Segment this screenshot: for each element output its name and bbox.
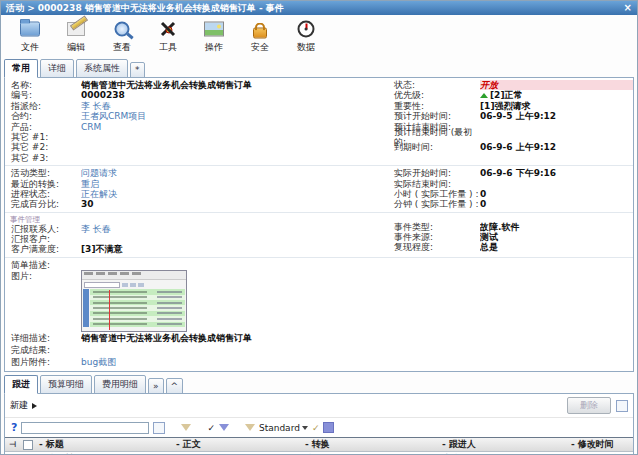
col-modified-header[interactable]: - 修改时间 bbox=[568, 438, 633, 451]
col-body-header[interactable]: - 正文 bbox=[173, 438, 302, 451]
data-menu-label: 数据 bbox=[283, 41, 329, 54]
menu-toolbar: 文件 编辑 查看 工具 操作 安全 数据 bbox=[1, 15, 637, 55]
band-description: 简单描述: 图片: 详细 bbox=[5, 257, 633, 371]
report-customer-label: 汇报客户: bbox=[5, 234, 81, 244]
simple-desc-label: 简单描述: bbox=[5, 260, 81, 270]
incident-source-label: 事件来源: bbox=[388, 232, 480, 242]
edit-menu-button[interactable]: 编辑 bbox=[53, 18, 99, 54]
active-filter-funnel-icon[interactable] bbox=[219, 424, 229, 431]
filter-checkbox[interactable] bbox=[153, 422, 165, 434]
view-icon bbox=[115, 22, 130, 37]
help-icon[interactable]: ? bbox=[11, 421, 17, 434]
report-contact-link[interactable]: 李 长春 bbox=[81, 224, 388, 234]
filter-settings-icon[interactable] bbox=[323, 422, 334, 433]
tab-followup[interactable]: 跟进 bbox=[4, 375, 38, 394]
tab-expense-detail[interactable]: 费用明细 bbox=[94, 375, 146, 394]
report-contact-label: 汇报联系人: bbox=[5, 224, 81, 234]
assignee-label: 指派给: bbox=[5, 101, 81, 111]
planned-start-label: 预计开始时间: bbox=[388, 111, 480, 121]
window-titlebar: 活动 > 0000238 销售管道中无法将业务机会转换成销售订单 - 事件 × bbox=[1, 1, 637, 15]
filter-funnel-icon[interactable] bbox=[181, 424, 191, 431]
file-menu-label: 文件 bbox=[7, 41, 53, 54]
grid-action-row: 新建 删除 bbox=[5, 394, 633, 418]
activity-type-link[interactable]: 问题请求 bbox=[81, 168, 388, 178]
thumbnail-red-marker bbox=[109, 290, 110, 330]
event-window: 活动 > 0000238 销售管道中无法将业务机会转换成销售订单 - 事件 × … bbox=[0, 0, 638, 455]
hours-effort-label: 小时 ( 实际工作量 ) : bbox=[388, 189, 480, 199]
gauge-icon bbox=[298, 21, 315, 38]
tab-budget-detail[interactable]: 预算明细 bbox=[40, 375, 92, 394]
percent-complete-label: 完成百分比: bbox=[5, 199, 81, 209]
expand-all-icon[interactable]: ⊣ bbox=[5, 438, 20, 451]
other3-label: 其它 #3: bbox=[5, 153, 81, 163]
new-button[interactable]: 新建 bbox=[10, 399, 28, 412]
activity-type-label: 活动类型: bbox=[5, 168, 81, 178]
status-badge: 开放 bbox=[480, 80, 633, 90]
grid-filter-row: ? ✓ Standard ✓ bbox=[5, 418, 633, 437]
chevron-down-icon bbox=[302, 426, 308, 430]
filter-preset-dropdown[interactable]: Standard bbox=[259, 423, 308, 433]
detail-desc-value: 销售管道中无法将业务机会转换成销售订单 bbox=[81, 332, 635, 344]
saved-filter-funnel-icon[interactable] bbox=[245, 424, 255, 431]
band-activity: 活动类型:问题请求 最近的转换:重启 进程状态:正在解决 完成百分比:30 实际… bbox=[5, 165, 633, 212]
name-value: 销售管道中无法将业务机会转换成销售订单 bbox=[81, 80, 388, 90]
view-menu-button[interactable]: 查看 bbox=[99, 18, 145, 54]
product-label: 产品: bbox=[5, 122, 81, 132]
close-icon[interactable]: × bbox=[624, 3, 632, 13]
process-state-link[interactable]: 正在解决 bbox=[81, 189, 388, 199]
action-menu-button[interactable]: 操作 bbox=[191, 18, 237, 54]
table-header-row: ⊣ - 标题 - 正文 - 转换 - 跟进人 - 修改时间 bbox=[5, 437, 633, 452]
due-time-value: 06-9-6 上午9:12 bbox=[480, 142, 633, 152]
new-menu-arrow-icon[interactable] bbox=[32, 403, 37, 409]
col-transition-header[interactable]: - 转换 bbox=[302, 438, 439, 451]
image-label: 图片: bbox=[5, 270, 81, 332]
apply-filter-check-icon[interactable]: ✓ bbox=[207, 423, 215, 433]
view-menu-label: 查看 bbox=[99, 41, 145, 54]
col-follower-header[interactable]: - 跟进人 bbox=[439, 438, 568, 451]
assignee-link[interactable]: 李 长春 bbox=[81, 101, 388, 111]
file-icon bbox=[20, 22, 40, 37]
tab-more[interactable]: » bbox=[148, 378, 164, 394]
product-link[interactable]: CRM bbox=[81, 122, 388, 132]
tools-icon bbox=[160, 21, 177, 38]
main-tabbar: 常用 详细 系统属性 * bbox=[1, 55, 637, 78]
band-incident: 事件管理 汇报联系人:李 长春 汇报客户: 客户满意度:[3]不满意 事件类型:… bbox=[5, 212, 633, 257]
data-menu-button[interactable]: 数据 bbox=[283, 18, 329, 54]
incident-source-value: 测试 bbox=[480, 232, 633, 242]
incident-type-label: 事件类型: bbox=[388, 222, 480, 232]
hours-effort-value: 0 bbox=[480, 189, 633, 199]
bottom-tabbar: 跟进 预算明细 费用明细 » ^ bbox=[1, 372, 637, 394]
tools-menu-button[interactable]: 工具 bbox=[145, 18, 191, 54]
action-menu-label: 操作 bbox=[191, 41, 237, 54]
incident-type-value: 故障.软件 bbox=[480, 222, 633, 232]
filter-input[interactable] bbox=[21, 422, 149, 434]
importance-label: 重要性: bbox=[388, 101, 480, 111]
panel-toggle-checkbox[interactable] bbox=[616, 400, 628, 412]
tab-common[interactable]: 常用 bbox=[4, 59, 38, 78]
security-menu-button[interactable]: 安全 bbox=[237, 18, 283, 54]
priority-value: [2]正常 bbox=[490, 90, 523, 100]
actual-start-value: 06-9-6 下午9:16 bbox=[480, 168, 633, 178]
importance-value: [1]强烈请求 bbox=[480, 101, 633, 111]
tab-asterisk[interactable]: * bbox=[130, 62, 145, 78]
last-transition-link[interactable]: 重启 bbox=[81, 179, 388, 189]
thumbnail-menu-strip bbox=[82, 271, 186, 280]
image-attachment-label: 图片附件: bbox=[5, 356, 81, 369]
select-all-checkbox[interactable] bbox=[23, 440, 33, 450]
percent-complete-value: 30 bbox=[81, 199, 388, 209]
save-filter-check-icon[interactable]: ✓ bbox=[312, 423, 320, 433]
thumbnail-toolbar-strip bbox=[82, 280, 186, 289]
file-menu-button[interactable]: 文件 bbox=[7, 18, 53, 54]
tab-detail[interactable]: 详细 bbox=[40, 59, 74, 78]
filter-preset-label: Standard bbox=[259, 423, 300, 433]
tab-system-properties[interactable]: 系统属性 bbox=[76, 59, 128, 78]
screenshot-thumbnail[interactable] bbox=[81, 270, 187, 332]
followup-panel: 新建 删除 ? ✓ Standard ✓ ⊣ bbox=[4, 393, 634, 455]
tab-collapse[interactable]: ^ bbox=[166, 378, 184, 394]
delete-button[interactable]: 删除 bbox=[567, 397, 611, 414]
reproducibility-value: 总是 bbox=[480, 242, 633, 252]
contract-link[interactable]: 王者风CRM项目 bbox=[81, 111, 388, 121]
col-title-header[interactable]: - 标题 bbox=[36, 438, 173, 451]
contract-label: 合约: bbox=[5, 111, 81, 121]
image-attachment-link[interactable]: bug截图 bbox=[81, 356, 635, 369]
